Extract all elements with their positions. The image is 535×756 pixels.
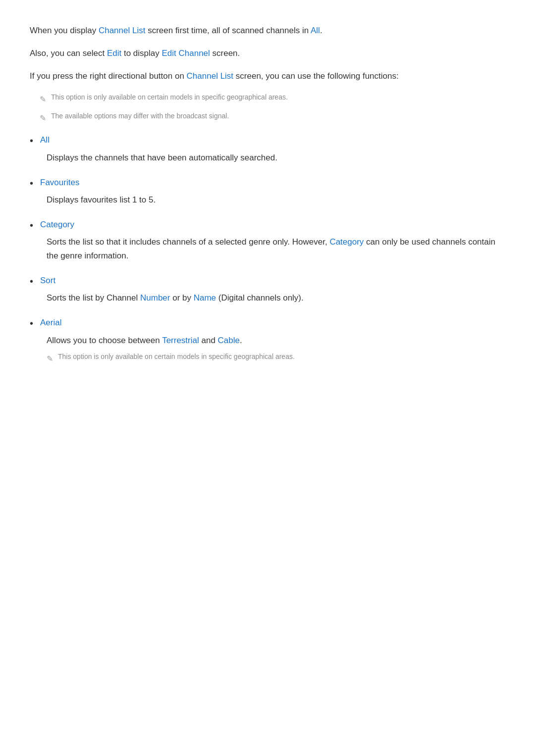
p2-text2: to display xyxy=(121,49,161,58)
list-item-category-row: • Category xyxy=(30,218,505,233)
body-aerial-text1: Allows you to choose between xyxy=(47,336,162,345)
bullet-favourites: • xyxy=(30,177,33,190)
list-item-all: • All Displays the channels that have be… xyxy=(30,133,505,164)
bullet-category: • xyxy=(30,219,33,232)
channel-list-link-1[interactable]: Channel List xyxy=(99,26,146,35)
body-sort-text2: or by xyxy=(170,293,193,302)
list-item-all-row: • All xyxy=(30,133,505,149)
body-sort: Sorts the list by Channel Number or by N… xyxy=(30,291,505,305)
body-category: Sorts the list so that it includes chann… xyxy=(30,235,505,263)
all-link-1[interactable]: All xyxy=(311,26,320,35)
body-aerial: Allows you to choose between Terrestrial… xyxy=(30,334,505,348)
note-2-text: The available options may differ with th… xyxy=(51,111,229,121)
p1-text2: screen first time, all of scanned channe… xyxy=(145,26,311,35)
p1-text3: . xyxy=(320,26,322,35)
title-sort: Sort xyxy=(40,274,55,287)
p1-text1: When you display xyxy=(30,26,99,35)
pencil-icon-1: ✎ xyxy=(40,93,46,106)
note-1: ✎ This option is only available on certa… xyxy=(30,92,505,106)
body-aerial-text2: and xyxy=(199,336,218,345)
title-all: All xyxy=(40,133,50,147)
note-2: ✎ The available options may differ with … xyxy=(30,111,505,125)
aerial-note-text: This option is only available on certain… xyxy=(58,352,295,362)
body-aerial-text3: . xyxy=(240,336,242,345)
p3-text1: If you press the right directional butto… xyxy=(30,71,187,81)
body-category-text1: Sorts the list so that it includes chann… xyxy=(47,237,329,247)
list-item-sort: • Sort Sorts the list by Channel Number … xyxy=(30,274,505,305)
title-category: Category xyxy=(40,218,74,231)
edit-channel-link[interactable]: Edit Channel xyxy=(161,49,210,58)
edit-link[interactable]: Edit xyxy=(107,49,121,58)
bullet-all: • xyxy=(30,134,33,147)
body-sort-text1: Sorts the list by Channel xyxy=(47,293,140,302)
title-favourites: Favourites xyxy=(40,176,79,189)
category-link-inline[interactable]: Category xyxy=(329,237,364,247)
pencil-icon-2: ✎ xyxy=(40,112,46,125)
pencil-icon-aerial: ✎ xyxy=(47,353,53,365)
paragraph-3: If you press the right directional butto… xyxy=(30,69,505,83)
notes-top-block: ✎ This option is only available on certa… xyxy=(30,92,505,124)
body-sort-text3: (Digital channels only). xyxy=(216,293,304,302)
paragraph-1: When you display Channel List screen fir… xyxy=(30,24,505,38)
name-link[interactable]: Name xyxy=(194,293,216,302)
number-link[interactable]: Number xyxy=(140,293,170,302)
list-item-sort-row: • Sort xyxy=(30,274,505,289)
bullet-sort: • xyxy=(30,275,33,288)
aerial-note: ✎ This option is only available on certa… xyxy=(30,352,505,365)
paragraph-2: Also, you can select Edit to display Edi… xyxy=(30,47,505,60)
cable-link[interactable]: Cable xyxy=(218,336,240,345)
list-item-favourites: • Favourites Displays favourites list 1 … xyxy=(30,176,505,207)
list-item-category: • Category Sorts the list so that it inc… xyxy=(30,218,505,263)
terrestrial-link[interactable]: Terrestrial xyxy=(162,336,199,345)
body-all: Displays the channels that have been aut… xyxy=(30,151,505,165)
list-item-aerial-row: • Aerial xyxy=(30,316,505,331)
channel-list-link-2[interactable]: Channel List xyxy=(187,71,234,81)
list-item-aerial: • Aerial Allows you to choose between Te… xyxy=(30,316,505,365)
bullet-aerial: • xyxy=(30,317,33,330)
p2-text3: screen. xyxy=(210,49,240,58)
list-item-favourites-row: • Favourites xyxy=(30,176,505,191)
p2-text1: Also, you can select xyxy=(30,49,107,58)
feature-list: • All Displays the channels that have be… xyxy=(30,133,505,365)
body-favourites: Displays favourites list 1 to 5. xyxy=(30,193,505,207)
title-aerial: Aerial xyxy=(40,316,61,329)
note-1-text: This option is only available on certain… xyxy=(51,92,288,102)
p3-text2: screen, you can use the following functi… xyxy=(233,71,399,81)
